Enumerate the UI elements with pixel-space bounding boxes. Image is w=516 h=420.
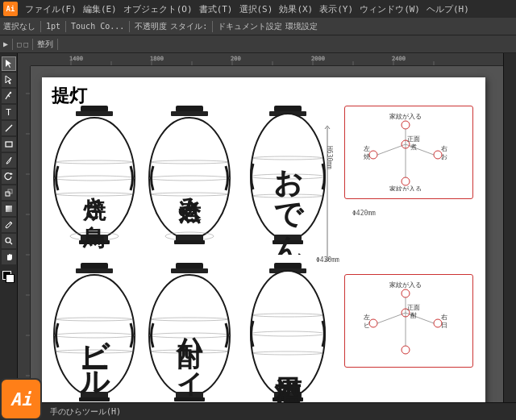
svg-text:右: 右 (441, 145, 447, 152)
ruler-vertical (18, 53, 31, 402)
svg-rect-42 (79, 240, 110, 244)
svg-text:左: 左 (364, 145, 370, 152)
svg-point-96 (402, 121, 410, 129)
menu-select[interactable]: 選択(S) (237, 3, 276, 15)
svg-point-114 (369, 319, 377, 327)
menu-help[interactable]: ヘルプ(H) (424, 3, 472, 15)
svg-point-113 (402, 289, 410, 297)
document-title: 提灯 (52, 84, 87, 108)
svg-rect-88 (273, 397, 303, 401)
selection-label: 選択なし (3, 21, 35, 32)
svg-point-97 (369, 151, 377, 159)
svg-point-83 (251, 271, 325, 397)
menu-window[interactable]: ウィンドウ(W) (357, 3, 422, 15)
diagram-1: 家紋が入る 左 (344, 106, 473, 199)
right-panel (503, 53, 516, 402)
svg-text:煮: 煮 (410, 143, 417, 151)
ruler-corner (18, 53, 31, 66)
menu-object[interactable]: オブジェクト(O) (121, 3, 195, 15)
svg-rect-54 (274, 106, 302, 112)
left-toolbox: T (0, 53, 18, 402)
svg-text:ビ: ビ (364, 322, 371, 329)
svg-text:正面: 正面 (407, 135, 420, 143)
diagram-2: 家紋が入る 左 右 ビ 日 正面 酎 (344, 274, 473, 368)
ai-logo-menu: Ai (3, 2, 18, 16)
dim-arrows (322, 126, 332, 263)
svg-rect-25 (18, 53, 31, 402)
svg-line-101 (377, 144, 406, 155)
svg-rect-81 (274, 263, 302, 269)
svg-text:右: 右 (441, 314, 447, 321)
svg-rect-87 (274, 392, 302, 398)
svg-rect-70 (79, 397, 110, 401)
hand-tool[interactable] (2, 250, 16, 264)
stroke-value[interactable]: 1pt (46, 22, 60, 31)
svg-line-91 (325, 126, 327, 129)
svg-rect-44 (176, 106, 203, 112)
pen-tool[interactable] (2, 89, 16, 103)
svg-text:お: お (441, 153, 447, 160)
rotate-tool[interactable] (2, 169, 16, 184)
doc-settings-btn[interactable]: ドキュメント設定 (218, 21, 282, 32)
type-tool[interactable]: T (2, 105, 16, 119)
dim-phi-label: Φ420mm (352, 210, 376, 217)
svg-text:左: 左 (364, 314, 370, 321)
artboard: 提灯 (42, 77, 485, 402)
lanterns-container: 焼き鳥 煮込み (48, 106, 347, 402)
tool-option-1[interactable]: ▶ (3, 40, 8, 48)
svg-point-36 (54, 118, 135, 239)
lantern-chuhai: 酎ハイ (145, 263, 234, 402)
toolbar-main: 選択なし 1pt Touch Co... 不透明度 スタイル: ドキュメント設定… (0, 18, 516, 35)
lantern-nikomi: 煮込み (145, 106, 234, 255)
svg-point-99 (402, 177, 410, 185)
svg-point-0 (9, 92, 10, 94)
env-settings-btn[interactable]: 環境設定 (285, 21, 318, 32)
t2-sep3 (57, 39, 58, 50)
eyedropper-tool[interactable] (2, 218, 16, 232)
svg-rect-73 (171, 268, 208, 273)
lantern-oden: おでん H630mm (243, 106, 332, 255)
diagram-spacer: Φ420mm (344, 206, 473, 270)
line-tool[interactable] (2, 121, 16, 135)
canvas-area[interactable]: 1400 1800 200 2000 2400 提灯 (18, 53, 503, 402)
style-label: スタイル: (170, 21, 207, 32)
svg-rect-63 (81, 263, 108, 269)
svg-line-118 (377, 313, 406, 323)
menu-type[interactable]: 書式(T) (197, 3, 235, 15)
toolbar-sep-2 (65, 21, 66, 32)
tool-option-2: □ (17, 40, 21, 48)
svg-point-46 (149, 118, 230, 239)
touch-label[interactable]: Touch Co... (71, 22, 124, 31)
rectangle-tool[interactable] (2, 137, 16, 152)
svg-rect-69 (81, 392, 108, 398)
fill-stroke-indicator[interactable] (2, 271, 15, 284)
svg-rect-72 (176, 263, 203, 269)
menu-view[interactable]: 表示(Y) (317, 3, 356, 15)
gradient-tool[interactable] (2, 202, 16, 216)
menu-file[interactable]: ファイル(F) (23, 3, 79, 15)
svg-text:2000: 2000 (311, 56, 325, 62)
svg-rect-45 (171, 111, 208, 116)
tool-option-3: □ (23, 40, 27, 48)
scale-tool[interactable] (2, 185, 16, 200)
svg-text:日: 日 (441, 322, 447, 329)
menu-edit[interactable]: 編集(E) (81, 3, 119, 15)
toolbar-sep-3 (129, 21, 130, 32)
brush-tool[interactable] (2, 153, 16, 168)
lantern-nihonshu: 日本酒 (243, 263, 332, 402)
ruler-horizontal: 1400 1800 200 2000 2400 (31, 53, 503, 66)
svg-text:200: 200 (231, 56, 241, 62)
menu-effect[interactable]: 効果(X) (277, 3, 315, 15)
tool-align[interactable]: 整列 (37, 39, 53, 50)
svg-rect-35 (76, 111, 113, 116)
tool-name: 手のひらツール(H) (50, 406, 121, 418)
svg-text:1800: 1800 (150, 56, 164, 62)
svg-text:おでん: おでん (271, 149, 304, 256)
svg-text:2400: 2400 (392, 56, 406, 62)
direct-select-tool[interactable] (2, 73, 16, 87)
svg-point-7 (6, 238, 10, 243)
zoom-tool[interactable] (2, 234, 16, 248)
select-tool[interactable] (2, 56, 16, 71)
svg-rect-9 (31, 53, 503, 66)
svg-rect-34 (81, 106, 108, 112)
